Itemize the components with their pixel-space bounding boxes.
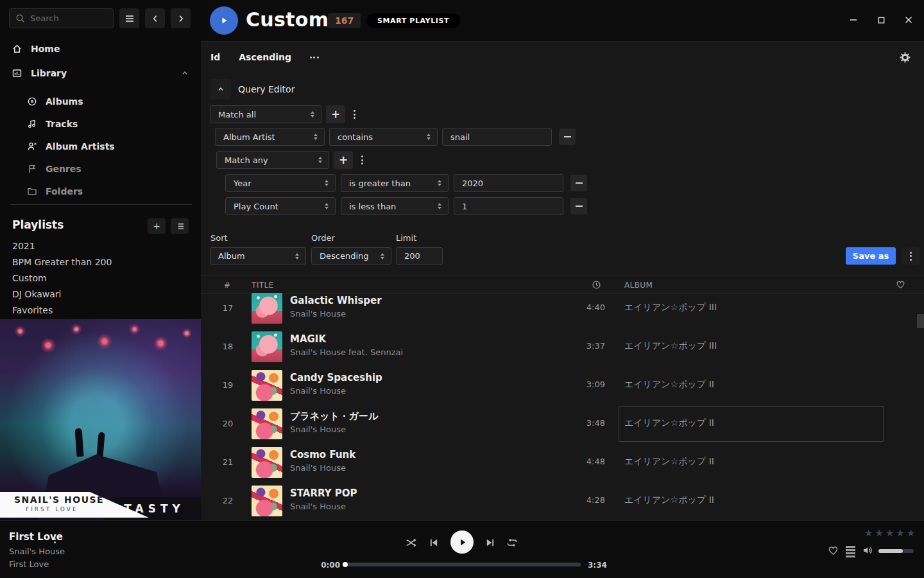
- playlist-item[interactable]: DJ Okawari: [12, 286, 112, 302]
- track-row[interactable]: 22 STARRY POP Snail's House 4:28 エイリアン☆ポ…: [201, 482, 924, 520]
- playlist-play-button[interactable]: [210, 6, 238, 35]
- match-mode-select-group1[interactable]: Match all: [210, 105, 321, 123]
- column-title[interactable]: TITLE: [252, 281, 273, 290]
- volume-icon[interactable]: [862, 545, 874, 556]
- next-track-button[interactable]: [485, 538, 495, 547]
- column-album[interactable]: ALBUM: [624, 281, 653, 290]
- rule3-value-input[interactable]: [454, 198, 563, 215]
- gear-icon[interactable]: [900, 52, 911, 63]
- track-album: エイリアン☆ポップ III: [624, 340, 717, 352]
- close-button[interactable]: [903, 15, 914, 25]
- remove-rule3-button[interactable]: [570, 198, 587, 215]
- column-number[interactable]: #: [224, 281, 230, 290]
- save-menu-button[interactable]: [902, 247, 920, 265]
- sort-select[interactable]: Album: [210, 247, 306, 265]
- order-select[interactable]: Descending: [311, 247, 391, 265]
- sidebar-item-folders[interactable]: Folders: [27, 180, 115, 202]
- select-value: Album Artist: [223, 132, 275, 142]
- search-box[interactable]: [9, 8, 114, 28]
- playlist-list-button[interactable]: [171, 218, 189, 234]
- star-icon[interactable]: ★: [896, 527, 904, 539]
- track-row[interactable]: 21 Cosmo Funk Snail's House 4:48 エイリアン☆ポ…: [201, 443, 924, 482]
- rule3-operator-select[interactable]: is less than: [341, 197, 449, 215]
- playlist-item[interactable]: Custom: [12, 270, 112, 286]
- favorite-heart-icon[interactable]: [828, 545, 839, 556]
- titlebar: Custom 167 SMART PLAYLIST: [201, 0, 924, 41]
- group1-menu-icon[interactable]: [354, 110, 355, 119]
- more-options-icon[interactable]: [310, 57, 319, 58]
- shuffle-button[interactable]: [406, 537, 417, 548]
- favorite-column-heart-icon[interactable]: [896, 280, 905, 289]
- play-pause-button[interactable]: [450, 530, 474, 554]
- select-chevrons-icon: [438, 203, 441, 209]
- sidebar-item-genres[interactable]: Genres: [27, 157, 115, 180]
- now-playing-album: First Love: [9, 559, 49, 569]
- track-row[interactable]: 18 MAGIK Snail's House feat. Sennzai 3:3…: [201, 328, 924, 366]
- main-area: Custom 167 SMART PLAYLIST Id Ascending: [201, 0, 924, 520]
- select-chevrons-icon: [325, 180, 329, 186]
- home-icon: [12, 44, 22, 54]
- star-icon[interactable]: ★: [907, 527, 915, 539]
- rating-stars[interactable]: ★★★★★: [864, 527, 915, 539]
- repeat-button[interactable]: [506, 538, 518, 548]
- volume-slider[interactable]: [878, 549, 914, 553]
- seek-bar[interactable]: [343, 563, 581, 566]
- rule1-field-select[interactable]: Album Artist: [215, 128, 325, 146]
- now-playing-menu-icon[interactable]: [54, 534, 56, 543]
- menu-button[interactable]: [119, 8, 139, 28]
- save-as-button[interactable]: Save as: [846, 247, 896, 265]
- track-row[interactable]: 20 プラネット・ガール Snail's House 3:48 エイリアン☆ポッ…: [201, 405, 924, 443]
- search-input[interactable]: [30, 13, 107, 23]
- queue-icon[interactable]: [846, 546, 855, 557]
- sidebar-item-home[interactable]: Home: [12, 44, 60, 54]
- rule2-operator-select[interactable]: is greater than: [341, 174, 449, 192]
- sidebar-item-label: Album Artists: [46, 141, 115, 152]
- add-rule-button-group1[interactable]: +: [326, 105, 345, 123]
- track-row[interactable]: 19 Candy Spaceship Snail's House 3:09 エイ…: [201, 366, 924, 405]
- previous-track-button[interactable]: [429, 538, 439, 547]
- playlists-heading: Playlists: [12, 218, 64, 231]
- track-artist: Snail's House: [290, 425, 346, 434]
- sort-direction-button[interactable]: Ascending: [239, 52, 291, 62]
- rule3-field-select[interactable]: Play Count: [225, 197, 336, 215]
- track-album: エイリアン☆ポップ II: [624, 495, 714, 506]
- library-collapse-icon[interactable]: [180, 69, 189, 77]
- maximize-icon: [877, 16, 886, 24]
- nav-back-button[interactable]: [145, 8, 165, 28]
- sidebar-item-tracks[interactable]: Tracks: [27, 112, 115, 135]
- rule2-value-input[interactable]: [454, 175, 563, 191]
- track-row[interactable]: 17 Galactic Whisper Snail's House 4:40 エ…: [201, 289, 924, 328]
- select-value: Match any: [225, 155, 268, 165]
- rule1-operator-select[interactable]: contains: [329, 128, 438, 146]
- minimize-button[interactable]: [848, 15, 859, 25]
- seek-handle[interactable]: [343, 562, 348, 567]
- playlist-item[interactable]: Favorites: [12, 302, 112, 318]
- limit-input[interactable]: [397, 248, 442, 264]
- add-rule-button-group2[interactable]: +: [334, 151, 353, 169]
- playlist-item[interactable]: BPM Greater than 200: [12, 254, 112, 270]
- tracklist-scrollbar-thumb[interactable]: [917, 314, 924, 328]
- star-icon[interactable]: ★: [886, 527, 894, 539]
- track-number: 21: [219, 457, 237, 467]
- rule1-value-field-wrap: [442, 128, 552, 146]
- sidebar-item-library[interactable]: Library: [12, 68, 67, 78]
- sidebar-item-albums[interactable]: Albums: [27, 90, 115, 112]
- rule2-field-select[interactable]: Year: [225, 174, 336, 192]
- playlist-item[interactable]: 2021: [12, 238, 112, 254]
- star-icon[interactable]: ★: [864, 527, 873, 539]
- nav-forward-button[interactable]: [171, 8, 191, 28]
- maximize-button[interactable]: [876, 15, 886, 25]
- sort-field-button[interactable]: Id: [210, 52, 220, 62]
- query-editor-collapse-button[interactable]: [210, 79, 231, 100]
- track-artwork: [252, 408, 282, 439]
- match-mode-select-group2[interactable]: Match any: [216, 151, 329, 169]
- plus-icon: +: [331, 108, 340, 121]
- sidebar-item-album-artists[interactable]: Album Artists: [27, 135, 115, 157]
- add-playlist-button[interactable]: +: [148, 218, 166, 234]
- remove-rule1-button[interactable]: [559, 128, 576, 145]
- remove-rule2-button[interactable]: [570, 175, 587, 191]
- duration-column-clock-icon[interactable]: [592, 280, 601, 290]
- rule1-value-input[interactable]: [443, 128, 551, 145]
- star-icon[interactable]: ★: [875, 527, 883, 539]
- group2-menu-icon[interactable]: [361, 155, 363, 164]
